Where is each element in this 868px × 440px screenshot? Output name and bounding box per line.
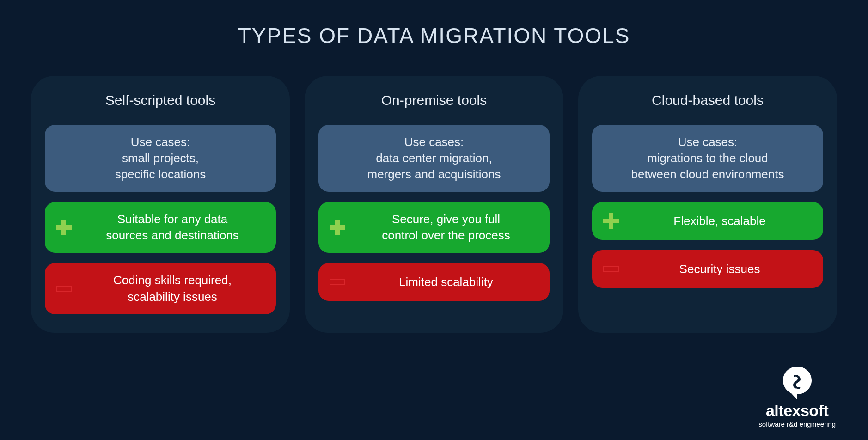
card-title: Cloud-based tools [652, 92, 764, 108]
usecase-text: migrations to the cloud between cloud en… [631, 150, 784, 183]
card-title: Self-scripted tools [105, 92, 215, 108]
usecase-label: Use cases: [404, 134, 464, 150]
pro-text: Flexible, scalable [625, 213, 814, 229]
pro-pill: Flexible, scalable [592, 202, 823, 240]
pro-text: Suitable for any data sources and destin… [78, 211, 267, 244]
cards-row: Self-scripted tools Use cases: small pro… [28, 76, 840, 333]
usecase-label: Use cases: [131, 134, 190, 150]
con-pill: Limited scalability [318, 263, 550, 301]
pro-text: Secure, give you full control over the p… [352, 211, 540, 244]
usecase-text: small projects, specific locations [115, 150, 206, 183]
minus-icon [601, 259, 621, 279]
brand-name: altexsoft [766, 403, 828, 418]
con-pill: Security issues [592, 250, 823, 288]
con-text: Security issues [625, 261, 814, 277]
card-on-premise: On-premise tools Use cases: data center … [305, 76, 563, 333]
usecase-label: Use cases: [678, 134, 738, 150]
plus-icon [328, 218, 347, 237]
logo-mark-icon [783, 367, 812, 400]
brand-logo: altexsoft software r&d engineering [758, 367, 836, 428]
con-pill: Coding skills required, scalability issu… [45, 263, 276, 314]
card-self-scripted: Self-scripted tools Use cases: small pro… [31, 76, 290, 333]
con-text: Coding skills required, scalability issu… [78, 272, 267, 305]
card-title: On-premise tools [381, 92, 487, 108]
pro-pill: Suitable for any data sources and destin… [45, 202, 276, 253]
usecase-pill: Use cases: small projects, specific loca… [45, 125, 276, 192]
usecase-text: data center migration, mergers and acqui… [367, 150, 501, 183]
con-text: Limited scalability [352, 274, 540, 290]
plus-icon [54, 218, 73, 237]
usecase-pill: Use cases: migrations to the cloud betwe… [592, 125, 823, 192]
brand-tagline: software r&d engineering [758, 420, 836, 428]
plus-icon [601, 211, 621, 231]
usecase-pill: Use cases: data center migration, merger… [318, 125, 550, 192]
minus-icon [328, 272, 347, 292]
page-title: TYPES OF DATA MIGRATION TOOLS [238, 23, 630, 48]
pro-pill: Secure, give you full control over the p… [318, 202, 550, 253]
minus-icon [54, 279, 73, 299]
card-cloud-based: Cloud-based tools Use cases: migrations … [578, 76, 837, 333]
